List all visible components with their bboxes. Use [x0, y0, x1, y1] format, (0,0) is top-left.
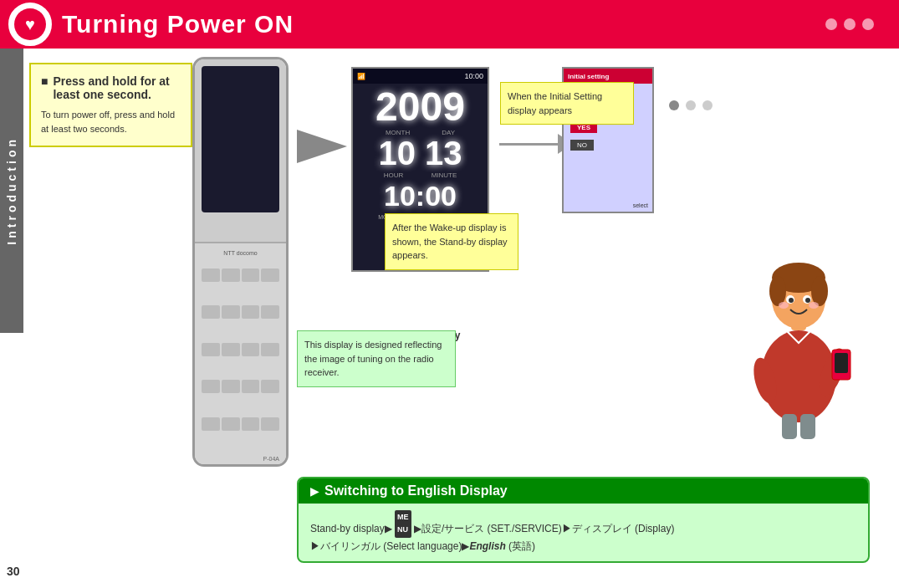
wakeup-callout: After the Wake-up display is shown, the … — [385, 213, 518, 270]
page-number: 30 — [7, 565, 20, 578]
key-9[interactable] — [202, 343, 220, 356]
when-initial-text: When the Initial Setting display appears — [508, 91, 602, 115]
character-illustration — [723, 226, 874, 443]
svg-point-13 — [809, 302, 819, 309]
key-5[interactable] — [202, 305, 220, 319]
initial-bar-text: Initial setting — [568, 73, 609, 80]
standby-time-top: 10:00 — [464, 72, 483, 80]
key-16[interactable] — [261, 380, 279, 393]
phone-bottom-half: NTT docomo — [195, 243, 286, 465]
arrow-right-first — [297, 130, 347, 163]
character-svg — [723, 226, 874, 443]
header-dots — [825, 18, 874, 30]
radio-callout-text: This display is designed reflecting the … — [304, 340, 442, 377]
menu-icon: MENU — [395, 510, 411, 538]
dot-ind-1 — [669, 100, 679, 110]
key-13[interactable] — [202, 380, 220, 393]
phone-keypad — [202, 268, 279, 453]
svg-rect-16 — [782, 414, 797, 439]
standby-hour-min: HOUR MINUTE — [353, 171, 488, 179]
standby-month: 10 — [378, 135, 416, 171]
switching-body: Stand-by display▶ MENU ▶設定/サービス (SET./SE… — [299, 504, 868, 561]
standby-day: 13 — [425, 135, 462, 171]
logo-circle: ♥ — [8, 3, 52, 46]
key-12[interactable] — [261, 343, 279, 356]
switching-body-line4: (英語) — [506, 540, 535, 552]
wakeup-callout-text: After the Wake-up display is shown, the … — [392, 222, 508, 260]
key-17[interactable] — [202, 417, 220, 431]
key-6[interactable] — [222, 305, 240, 319]
key-11[interactable] — [242, 343, 260, 356]
standby-hour-label: HOUR — [384, 171, 404, 179]
dot-ind-3 — [702, 100, 713, 110]
switching-title: Switching to English Display — [324, 483, 508, 499]
key-3[interactable] — [242, 268, 260, 282]
switching-arrow-icon: ▶ — [310, 484, 319, 498]
phone-model: P-04A — [263, 456, 279, 462]
svg-point-6 — [769, 276, 786, 306]
standby-minute-label: MINUTE — [432, 171, 457, 179]
svg-rect-15 — [835, 353, 848, 373]
svg-point-11 — [805, 298, 810, 303]
when-initial-callout: When the Initial Setting display appears — [500, 82, 634, 125]
svg-point-12 — [779, 302, 789, 309]
key-1[interactable] — [202, 268, 220, 282]
standby-bottom-time: 10:00 — [353, 182, 488, 210]
switching-english-bold: English — [469, 540, 505, 552]
switching-body-line1: Stand-by display▶ — [310, 523, 395, 534]
phone-device: NTT docomo — [192, 57, 289, 475]
standby-year: 2009 — [353, 87, 488, 127]
logo-inner: ♥ — [14, 8, 46, 40]
flow-line — [499, 143, 558, 146]
press-hold-box: Press and hold for at least one second. … — [29, 63, 192, 147]
phone-outer: NTT docomo — [192, 57, 289, 467]
press-hold-subtitle: To turn power off, press and hold at lea… — [41, 108, 181, 135]
dot-ind-2 — [686, 100, 696, 110]
key-14[interactable] — [222, 380, 240, 393]
key-15[interactable] — [242, 380, 260, 393]
standby-top-bar: 📶 10:00 — [353, 69, 488, 84]
dot-1 — [825, 18, 837, 30]
standby-big-time: 10 13 — [353, 136, 488, 170]
svg-point-10 — [789, 298, 794, 303]
dot-3 — [862, 18, 874, 30]
radio-callout: This display is designed reflecting the … — [297, 330, 456, 387]
key-18[interactable] — [222, 417, 240, 431]
key-4[interactable] — [261, 268, 279, 282]
initial-select: select — [633, 202, 648, 208]
dot-2 — [844, 18, 856, 30]
key-8[interactable] — [261, 305, 279, 319]
heart-icon: ♥ — [25, 15, 35, 34]
key-7[interactable] — [242, 305, 260, 319]
key-20[interactable] — [261, 417, 279, 431]
phone-screen — [202, 66, 279, 212]
press-hold-title: Press and hold for at least one second. — [41, 74, 181, 101]
key-10[interactable] — [222, 343, 240, 356]
side-label: Introduction — [0, 49, 23, 333]
docomo-label: NTT docomo — [223, 250, 257, 256]
key-19[interactable] — [242, 417, 260, 431]
initial-no-button[interactable]: NO — [570, 140, 594, 151]
phone-top-half — [195, 59, 286, 243]
dots-indicator — [669, 100, 713, 110]
switching-header: ▶ Switching to English Display — [299, 478, 868, 504]
switching-to-english-box: ▶ Switching to English Display Stand-by … — [297, 477, 870, 563]
svg-point-7 — [811, 276, 828, 306]
svg-rect-17 — [800, 414, 815, 439]
page-title: Turning Power ON — [62, 10, 294, 38]
header-bar: ♥ Turning Power ON — [0, 0, 899, 49]
key-2[interactable] — [222, 268, 240, 282]
side-label-text: Introduction — [5, 136, 18, 245]
